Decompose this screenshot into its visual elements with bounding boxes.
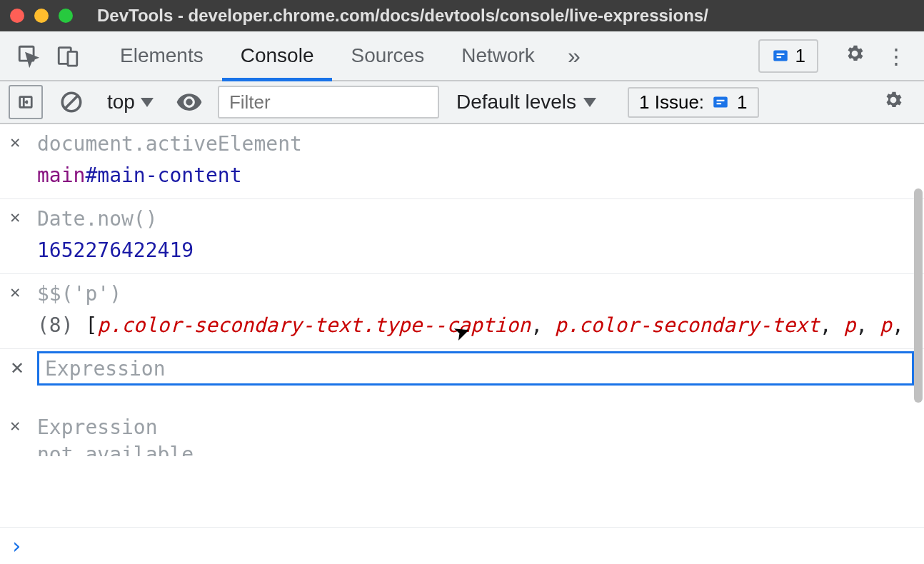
console-content: ✕ document.activeElement main#main-conte… xyxy=(0,124,924,527)
expression-text[interactable]: Expression xyxy=(37,412,914,443)
live-expression-row: ✕ document.activeElement main#main-conte… xyxy=(0,124,924,199)
svg-rect-6 xyxy=(713,96,728,107)
more-options-button[interactable]: ⋮ xyxy=(877,44,915,69)
issue-icon xyxy=(711,93,730,111)
remove-expression-button[interactable]: ✕ xyxy=(10,278,27,306)
inspect-element-button[interactable] xyxy=(9,36,48,76)
expression-result[interactable]: main#main-content xyxy=(37,160,914,191)
filter-input[interactable] xyxy=(218,86,439,119)
live-expression-row: ✕ Expression not available xyxy=(0,408,924,456)
window-title: DevTools - developer.chrome.com/docs/dev… xyxy=(97,6,708,26)
scrollbar-thumb[interactable] xyxy=(914,188,923,403)
expression-result[interactable]: 1652276422419 xyxy=(37,235,914,266)
console-sidebar-toggle[interactable] xyxy=(9,85,43,119)
issue-icon xyxy=(771,46,790,65)
window-titlebar: DevTools - developer.chrome.com/docs/dev… xyxy=(0,0,924,31)
expression-text[interactable]: document.activeElement xyxy=(37,129,914,160)
issue-label: 1 Issue: xyxy=(639,91,704,114)
tab-sources[interactable]: Sources xyxy=(332,31,443,80)
execution-context-select[interactable]: top xyxy=(100,91,161,114)
context-label: top xyxy=(107,91,135,114)
remove-expression-button[interactable]: ✕ xyxy=(10,203,27,231)
maximize-window-button[interactable] xyxy=(59,9,73,23)
clear-console-button[interactable] xyxy=(54,85,89,119)
settings-button[interactable] xyxy=(833,43,877,69)
console-prompt[interactable]: › xyxy=(0,527,924,564)
issues-count: 1 xyxy=(795,45,805,67)
expression-result[interactable]: (8) [p.color-secondary-text.type--captio… xyxy=(37,310,914,341)
close-window-button[interactable] xyxy=(10,9,24,23)
device-toolbar-button[interactable] xyxy=(48,36,87,76)
expression-result: not available xyxy=(37,443,914,456)
more-tabs-button[interactable]: » xyxy=(553,31,595,80)
remove-expression-button[interactable]: ✕ xyxy=(10,129,27,156)
expression-text[interactable]: Date.now() xyxy=(37,203,914,235)
levels-label: Default levels xyxy=(456,91,576,114)
console-toolbar: top Default levels 1 Issue: 1 xyxy=(0,81,924,124)
expression-input[interactable] xyxy=(37,351,914,386)
svg-rect-3 xyxy=(773,50,788,61)
issue-count: 1 xyxy=(737,91,747,114)
expression-text[interactable]: $$('p') xyxy=(37,278,914,310)
panel-tabs: Elements Console Sources Network » xyxy=(101,31,595,80)
console-settings-button[interactable] xyxy=(871,89,915,116)
traffic-lights xyxy=(10,9,73,23)
tab-network[interactable]: Network xyxy=(443,31,553,80)
issues-badge[interactable]: 1 xyxy=(758,39,818,73)
minimize-window-button[interactable] xyxy=(34,9,49,23)
main-toolbar: Elements Console Sources Network » 1 ⋮ xyxy=(0,31,924,81)
create-live-expression-button[interactable] xyxy=(172,85,206,119)
live-expression-row: ✕ $$('p') (8) [p.color-secondary-text.ty… xyxy=(0,274,924,349)
chevron-down-icon xyxy=(583,98,596,107)
live-expression-editor-row: ✕ xyxy=(0,349,924,388)
remove-expression-button[interactable]: ✕ xyxy=(10,358,27,378)
live-expression-row: ✕ Date.now() 1652276422419 xyxy=(0,199,924,274)
prompt-caret-icon: › xyxy=(10,533,23,558)
tab-console[interactable]: Console xyxy=(222,31,333,80)
chevron-down-icon xyxy=(141,98,154,107)
tab-elements[interactable]: Elements xyxy=(101,31,222,80)
svg-rect-2 xyxy=(68,51,77,66)
log-levels-select[interactable]: Default levels xyxy=(451,91,602,114)
issues-counter[interactable]: 1 Issue: 1 xyxy=(628,87,759,118)
remove-expression-button[interactable]: ✕ xyxy=(10,412,27,439)
